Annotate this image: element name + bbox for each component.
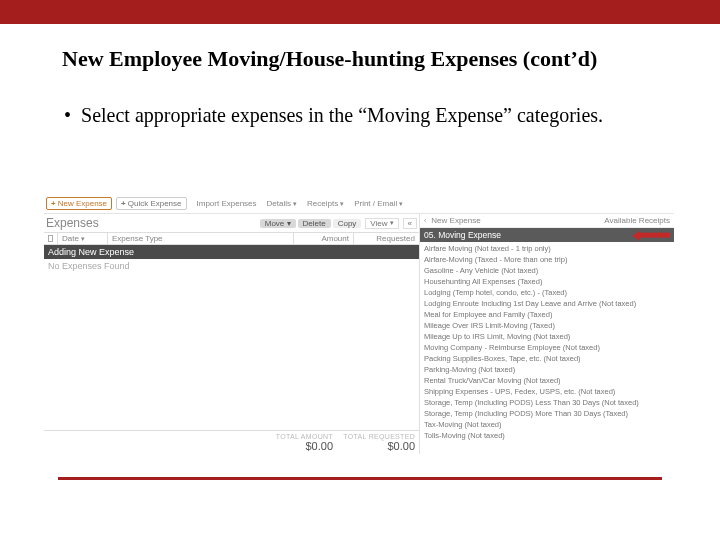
details-label: Details (267, 199, 291, 208)
expense-type-item[interactable]: Rental Truck/Van/Car Moving (Not taxed) (420, 375, 674, 386)
breadcrumb[interactable]: ‹New Expense (424, 216, 481, 225)
caret-down-icon: ▾ (293, 200, 297, 208)
col-requested[interactable]: Requested (354, 233, 419, 244)
expense-app-screenshot: +New Expense +Quick Expense Import Expen… (44, 194, 674, 454)
receipts-menu[interactable]: Receipts▾ (307, 199, 344, 208)
new-expense-label: New Expense (58, 199, 107, 208)
expense-type-item[interactable]: Moving Company - Reimburse Employee (Not… (420, 342, 674, 353)
category-label: 05. Moving Expense (424, 230, 501, 240)
slide-bottom-rule (58, 477, 662, 480)
available-receipts-link[interactable]: Available Receipts (604, 216, 670, 225)
expense-type-item[interactable]: Tax-Moving (Not taxed) (420, 419, 674, 430)
move-button[interactable]: Move ▾ (260, 219, 296, 228)
expense-type-item[interactable]: Airfare-Moving (Taxed - More than one tr… (420, 254, 674, 265)
expense-type-item[interactable]: Storage, Temp (Including PODS) Less Than… (420, 397, 674, 408)
category-header[interactable]: 05. Moving Expense (420, 228, 674, 242)
expenses-title: Expenses (46, 216, 99, 230)
quick-expense-label: Quick Expense (128, 199, 182, 208)
expense-type-item[interactable]: Gasoline - Any Vehicle (Not taxed) (420, 265, 674, 276)
import-expenses-link[interactable]: Import Expenses (197, 199, 257, 208)
quick-expense-button[interactable]: +Quick Expense (116, 197, 186, 210)
expense-type-item[interactable]: Storage, Temp (Including PODS) More Than… (420, 408, 674, 419)
expense-type-item[interactable]: Mileage Over IRS Limit-Moving (Taxed) (420, 320, 674, 331)
expense-type-list: Airfare Moving (Not taxed - 1 trip only)… (420, 242, 674, 442)
bullet-text: Select appropriate expenses in the “Movi… (81, 102, 603, 128)
no-expenses-message: No Expenses Found (44, 259, 419, 273)
caret-down-icon: ▾ (340, 200, 344, 208)
totals-bar: TOTAL AMOUNT $0.00 TOTAL REQUESTED $0.00 (44, 430, 419, 454)
col-date[interactable]: Date▾ (58, 233, 108, 244)
total-requested-label: TOTAL REQUESTED (341, 433, 415, 440)
expense-type-panel: ‹New Expense Available Receipts 05. Movi… (419, 214, 674, 454)
total-amount-label: TOTAL AMOUNT (259, 433, 333, 440)
details-menu[interactable]: Details▾ (267, 199, 297, 208)
view-menu[interactable]: View▾ (365, 218, 398, 229)
plus-icon: + (51, 199, 56, 208)
select-all-checkbox[interactable] (44, 233, 58, 244)
slide-title: New Employee Moving/House-hunting Expens… (62, 46, 720, 72)
caret-down-icon: ▾ (390, 219, 394, 227)
expense-type-item[interactable]: Househunting All Expenses (Taxed) (420, 276, 674, 287)
sort-icon: ▾ (81, 235, 85, 243)
bullet-icon: • (64, 102, 71, 128)
receipts-label: Receipts (307, 199, 338, 208)
caret-down-icon: ▾ (399, 200, 403, 208)
total-requested-value: $0.00 (341, 440, 415, 452)
expense-type-item[interactable]: Lodging (Temp hotel, condo, etc.) - (Tax… (420, 287, 674, 298)
col-type[interactable]: Expense Type (108, 233, 294, 244)
expense-type-item[interactable]: Lodging Enroute Including 1st Day Leave … (420, 298, 674, 309)
total-amount-value: $0.00 (259, 440, 333, 452)
expense-type-item[interactable]: Shipping Expenses - UPS, Fedex, USPS, et… (420, 386, 674, 397)
print-email-menu[interactable]: Print / Email▾ (354, 199, 403, 208)
expense-type-item[interactable]: Airfare Moving (Not taxed - 1 trip only) (420, 243, 674, 254)
print-email-label: Print / Email (354, 199, 397, 208)
expenses-panel: Expenses Move ▾ Delete Copy View▾ « Date… (44, 214, 419, 454)
expense-type-item[interactable]: Packing Supplies-Boxes, Tape, etc. (Not … (420, 353, 674, 364)
chevron-left-icon: ‹ (424, 217, 426, 224)
bullet-item: • Select appropriate expenses in the “Mo… (64, 102, 720, 128)
adding-expense-row: Adding New Expense (44, 245, 419, 259)
new-expense-button[interactable]: +New Expense (46, 197, 112, 210)
callout-arrow-icon (633, 230, 670, 241)
expense-type-item[interactable]: Meal for Employee and Family (Taxed) (420, 309, 674, 320)
delete-button[interactable]: Delete (298, 219, 331, 228)
expense-type-item[interactable]: Tolls-Moving (Not taxed) (420, 430, 674, 441)
expense-type-item[interactable]: Parking-Moving (Not taxed) (420, 364, 674, 375)
slide-top-bar (0, 0, 720, 24)
expense-type-item[interactable]: Mileage Up to IRS Limit, Moving (Not tax… (420, 331, 674, 342)
plus-icon: + (121, 199, 126, 208)
copy-button[interactable]: Copy (333, 219, 362, 228)
prev-pager[interactable]: « (403, 218, 417, 229)
app-toolbar: +New Expense +Quick Expense Import Expen… (44, 194, 674, 214)
grid-header: Date▾ Expense Type Amount Requested (44, 232, 419, 245)
col-amount[interactable]: Amount (294, 233, 354, 244)
